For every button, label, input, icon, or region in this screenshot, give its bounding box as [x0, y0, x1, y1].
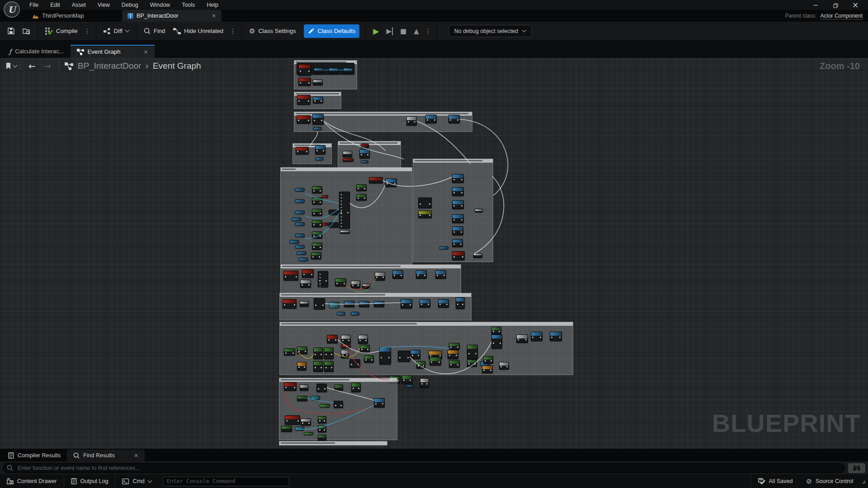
graph-node-blue[interactable]: [359, 149, 370, 159]
menu-item-file[interactable]: File: [24, 0, 44, 10]
graph-node-blue[interactable]: [550, 332, 562, 341]
graph-node-gray[interactable]: [341, 335, 351, 344]
class-settings-button[interactable]: ⚙ Class Settings: [245, 24, 300, 38]
graph-node-gray[interactable]: [313, 80, 323, 85]
graph-node-red[interactable]: [297, 95, 311, 105]
output-log-button[interactable]: Output Log: [64, 474, 115, 488]
tab-thirdpersonmap[interactable]: ThirdPersonMap: [27, 10, 89, 22]
comment-title-bar[interactable]: [280, 322, 573, 326]
graph-node-gray[interactable]: [375, 272, 385, 281]
close-tab-icon[interactable]: ×: [144, 49, 148, 55]
graph-node-green[interactable]: [449, 360, 460, 368]
frame-skip-button[interactable]: ▶: [382, 27, 396, 35]
graph-node-red[interactable]: [296, 147, 309, 155]
graph-node-gray[interactable]: [475, 209, 483, 212]
graph-node-bluepill[interactable]: [313, 127, 322, 130]
tab-event-graph[interactable]: Event Graph ×: [71, 45, 155, 58]
comment-title-bar[interactable]: [281, 168, 412, 171]
graph-node-bluepill[interactable]: [295, 222, 305, 226]
graph-node-green[interactable]: [312, 197, 322, 205]
menu-item-debug[interactable]: Debug: [116, 0, 144, 10]
graph-node-gray[interactable]: [358, 335, 368, 344]
graph-node-green[interactable]: [324, 347, 334, 359]
comment-title-bar[interactable]: [279, 441, 387, 445]
find-button[interactable]: Find: [140, 24, 169, 38]
graph-node-bluepill[interactable]: [295, 199, 305, 203]
menu-item-help[interactable]: Help: [201, 0, 224, 10]
graph-node-teal[interactable]: [311, 396, 320, 400]
graph-node-gray[interactable]: [300, 301, 309, 307]
graph-node-blue[interactable]: [491, 334, 502, 349]
graph-node-gray[interactable]: [343, 151, 352, 157]
comment-title-bar[interactable]: [281, 265, 461, 268]
global-find-button[interactable]: [848, 463, 865, 473]
find-references-input[interactable]: [3, 463, 845, 473]
graph-node-dark[interactable]: [349, 359, 360, 368]
graph-node-gray[interactable]: [300, 280, 311, 288]
graph-node-bluepill[interactable]: [298, 258, 308, 261]
comment-title-bar[interactable]: [413, 159, 493, 163]
graph-node-green[interactable]: [360, 345, 370, 352]
bookmark-icon[interactable]: [5, 62, 17, 70]
graph-node-red[interactable]: [284, 382, 297, 391]
graph-node-green[interactable]: [467, 345, 478, 359]
comment-title-bar[interactable]: [338, 141, 401, 145]
graph-node-green[interactable]: [416, 361, 425, 369]
graph-node-green[interactable]: [364, 355, 374, 363]
compile-button[interactable]: Compile: [41, 24, 82, 38]
graph-node-dark[interactable]: [339, 192, 350, 229]
graph-node-gray[interactable]: [340, 230, 350, 234]
graph-node-red[interactable]: [341, 344, 351, 348]
graph-node-green[interactable]: [429, 357, 441, 366]
back-button[interactable]: ←: [28, 61, 36, 71]
graph-node-blue[interactable]: [401, 299, 412, 309]
graph-node-red[interactable]: [452, 251, 465, 260]
restore-button[interactable]: [826, 0, 845, 10]
graph-node-bluepill[interactable]: [351, 312, 359, 315]
graph-node-gray[interactable]: [406, 116, 417, 126]
graph-node-blue[interactable]: [452, 200, 464, 209]
hide-unrelated-kebab[interactable]: ⋮: [227, 28, 238, 35]
graph-node-green[interactable]: [351, 383, 361, 392]
graph-node-gray[interactable]: [516, 334, 528, 343]
close-tab-icon[interactable]: ×: [212, 13, 216, 19]
graph-node-red[interactable]: [283, 299, 297, 309]
graph-node-blue[interactable]: [379, 347, 391, 365]
tab-bp-interactdoor[interactable]: ❘ BP_InteractDoor ×: [122, 10, 222, 22]
all-saved-button[interactable]: All Saved: [751, 474, 800, 488]
graph-node-bluepill[interactable]: [295, 211, 305, 214]
graph-node-green[interactable]: [313, 361, 323, 372]
graph-node-teal[interactable]: [295, 427, 304, 431]
comment-title-bar[interactable]: [280, 293, 471, 297]
content-drawer-button[interactable]: Content Drawer: [0, 474, 64, 488]
graph-node-green[interactable]: [284, 348, 295, 356]
graph-node-dark[interactable]: [314, 298, 325, 310]
graph-node-red[interactable]: [369, 177, 383, 183]
graph-node-red[interactable]: [298, 78, 311, 86]
graph-node-dark[interactable]: [316, 384, 327, 392]
breadcrumb-asset[interactable]: BP_InteractDoor: [78, 61, 141, 71]
save-button[interactable]: [4, 24, 19, 38]
graph-node-dark[interactable]: [329, 222, 339, 228]
menu-item-edit[interactable]: Edit: [44, 0, 66, 10]
graph-node-blue[interactable]: [344, 301, 354, 307]
graph-node-green[interactable]: [318, 425, 326, 432]
cmd-dropdown[interactable]: Cmd: [115, 474, 158, 488]
graph-node-green[interactable]: [312, 243, 322, 250]
diff-button[interactable]: Diff: [99, 24, 133, 38]
graph-node-dark[interactable]: [329, 210, 339, 215]
menu-item-view[interactable]: View: [92, 0, 116, 10]
graph-node-bluepill[interactable]: [295, 234, 305, 237]
graph-node-bluepill[interactable]: [315, 157, 324, 160]
graph-node-green[interactable]: [318, 435, 326, 441]
graph-node-green[interactable]: [311, 252, 321, 259]
graph-node-green[interactable]: [402, 375, 412, 384]
graph-node-red[interactable]: [302, 269, 314, 278]
graph-node-green[interactable]: [312, 209, 322, 216]
debug-object-dropdown[interactable]: No debug object selected: [448, 25, 532, 37]
comment-box[interactable]: [279, 322, 573, 375]
menu-item-asset[interactable]: Asset: [66, 0, 92, 10]
graph-node-bluepill[interactable]: [295, 188, 305, 192]
close-button[interactable]: ×: [845, 0, 865, 10]
graph-node-olive[interactable]: [418, 211, 432, 218]
